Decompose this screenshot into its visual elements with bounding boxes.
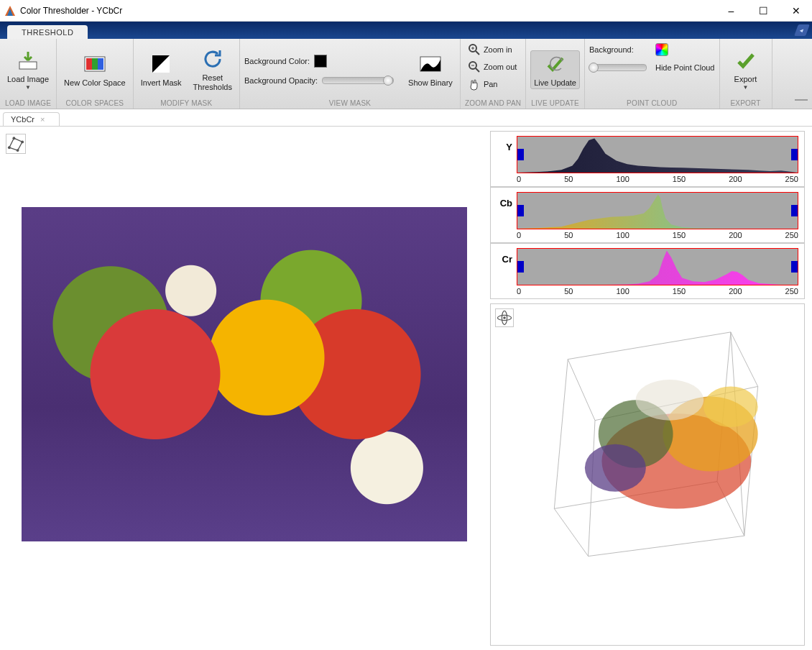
svg-point-31 <box>703 386 758 427</box>
threshold-handle-high-y[interactable] <box>791 149 798 160</box>
pan-icon <box>468 78 481 91</box>
threshold-handle-low-cr[interactable] <box>517 261 524 273</box>
svg-rect-5 <box>92 58 98 70</box>
ribbon-help-button[interactable]: ◂ <box>794 24 810 36</box>
bgcolor-label: Background Color: <box>244 57 310 65</box>
pointcloud-bg-label: Background: <box>589 45 634 54</box>
roi-polygon-tool[interactable] <box>6 134 26 154</box>
group-label-load: LOAD IMAGE <box>4 98 52 107</box>
histogram-y: Y 050100150200250 <box>490 131 805 187</box>
show-binary-button[interactable]: Show Binary <box>405 51 456 89</box>
ribbon-tab-threshold[interactable]: THRESHOLD <box>7 25 88 39</box>
histogram-axis-y: 050100150200250 <box>497 173 798 183</box>
svg-line-14 <box>476 68 479 72</box>
new-color-space-button[interactable]: New Color Space <box>61 51 129 89</box>
toolstrip: Load Image ▼ LOAD IMAGE New Color Space … <box>0 39 812 109</box>
svg-line-10 <box>476 51 479 55</box>
threshold-handle-high-cr[interactable] <box>791 261 798 273</box>
histogram-plot-y[interactable] <box>517 136 798 173</box>
window-titlebar: Color Thresholder - YCbCr – ☐ ✕ <box>0 0 812 22</box>
histogram-plot-cr[interactable] <box>517 248 798 285</box>
window-maximize-button[interactable]: ☐ <box>747 0 780 21</box>
pan-button[interactable]: Pan <box>465 76 501 92</box>
point-cloud-view[interactable] <box>534 319 778 563</box>
histogram-axis-cr: 050100150200250 <box>497 285 798 296</box>
threshold-handle-high-cb[interactable] <box>791 205 798 216</box>
zoom-in-button[interactable]: Zoom in <box>465 42 515 58</box>
window-title: Color Thresholder - YCbCr <box>20 6 122 16</box>
app-icon <box>4 5 16 17</box>
svg-marker-20 <box>517 139 798 173</box>
svg-point-19 <box>17 149 19 152</box>
hide-pointcloud-button[interactable]: Hide Point Cloud <box>655 63 715 72</box>
import-icon <box>17 49 40 72</box>
svg-marker-21 <box>517 195 798 229</box>
close-tab-icon[interactable]: × <box>40 115 45 124</box>
export-button[interactable]: Export ▼ <box>724 47 767 92</box>
svg-point-30 <box>636 380 703 421</box>
collapse-toolstrip-button[interactable] <box>795 99 808 106</box>
threshold-handle-low-cb[interactable] <box>517 205 524 216</box>
pointcloud-bg-slider[interactable] <box>589 64 647 71</box>
dropdown-arrow-icon: ▼ <box>25 85 31 91</box>
channel-label-y: Y <box>497 136 512 152</box>
svg-marker-22 <box>517 251 798 285</box>
histogram-plot-cb[interactable] <box>517 192 798 229</box>
histogram-cr: Cr 050100150200250 <box>490 243 805 299</box>
histogram-cb: Cb 050100150200250 <box>490 187 805 243</box>
dropdown-arrow-icon: ▼ <box>743 85 749 91</box>
pointcloud-color-icon[interactable] <box>655 43 668 56</box>
invert-mask-button[interactable]: Invert Mask <box>138 51 185 89</box>
group-label-zoompan: ZOOM AND PAN <box>465 98 521 107</box>
svg-rect-4 <box>86 58 92 70</box>
reset-thresholds-button[interactable]: Reset Thresholds <box>190 46 235 93</box>
colorspace-icon <box>83 52 106 75</box>
bgopacity-label: Background Opacity: <box>244 76 318 85</box>
reset-icon <box>201 47 224 70</box>
window-minimize-button[interactable]: – <box>715 0 747 21</box>
invert-icon <box>149 52 172 75</box>
threshold-handle-low-y[interactable] <box>517 149 524 160</box>
group-label-modifymask: MODIFY MASK <box>138 98 235 107</box>
svg-point-16 <box>8 146 11 149</box>
bgcolor-swatch[interactable] <box>314 55 327 68</box>
binary-icon <box>419 52 442 75</box>
point-cloud-panel <box>490 303 805 646</box>
ribbon-tab-strip: THRESHOLD ◂ <box>0 22 812 39</box>
export-check-icon <box>734 49 757 72</box>
group-label-export: EXPORT <box>724 98 767 107</box>
document-tab-bar: YCbCr × <box>0 109 812 127</box>
checkmark-refresh-icon <box>544 52 567 75</box>
document-tab-ycbcr[interactable]: YCbCr × <box>3 112 60 126</box>
svg-rect-6 <box>98 58 103 70</box>
live-update-button[interactable]: Live Update <box>530 50 580 90</box>
load-image-button[interactable]: Load Image ▼ <box>4 47 52 92</box>
svg-point-17 <box>12 137 15 139</box>
window-close-button[interactable]: ✕ <box>780 0 812 21</box>
rotate-3d-tool[interactable] <box>495 308 514 327</box>
canvas-area: Y 050100150200250 Cb <box>0 127 812 650</box>
histogram-axis-cb: 050100150200250 <box>497 229 798 239</box>
group-label-viewmask: VIEW MASK <box>244 98 456 107</box>
preview-image[interactable] <box>22 207 467 541</box>
channel-label-cb: Cb <box>497 192 512 209</box>
group-label-pointcloud: POINT CLOUD <box>589 98 715 107</box>
group-label-liveupdate: LIVE UPDATE <box>530 98 580 107</box>
svg-rect-2 <box>19 62 37 69</box>
image-pane <box>0 127 489 650</box>
group-label-colorspaces: COLOR SPACES <box>61 98 129 107</box>
svg-point-25 <box>503 316 506 319</box>
channel-label-cr: Cr <box>497 248 512 265</box>
bgopacity-slider[interactable] <box>322 77 394 84</box>
zoom-out-button[interactable]: Zoom out <box>465 59 520 75</box>
zoom-in-icon <box>468 43 481 56</box>
zoom-out-icon <box>468 60 481 73</box>
svg-point-29 <box>585 444 646 492</box>
svg-point-18 <box>21 140 24 143</box>
